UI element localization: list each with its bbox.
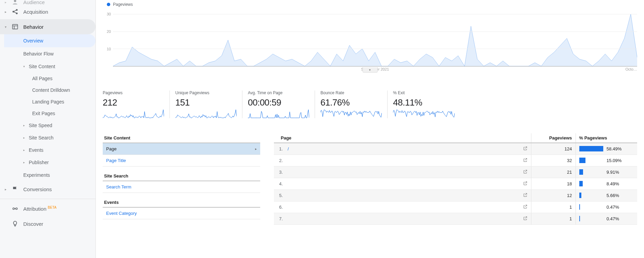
row-pageviews: 12 [531,189,576,201]
leaf-landing-pages[interactable]: Landing Pages [4,96,96,108]
metric-bounce-rate[interactable]: Bounce Rate61.76% [320,90,388,118]
subnav-experiments[interactable]: Experiments [4,169,96,182]
dimension-search-term[interactable]: Search Term [103,181,260,193]
row-page [284,213,519,224]
row-popout [519,213,531,224]
svg-rect-4 [13,24,18,29]
chart-svg [113,8,637,66]
nav-audience[interactable]: ▸ Audience [0,0,96,4]
leaf-label: Content Drilldown [32,87,70,93]
row-page [284,189,519,201]
metric-value: 48.11% [393,97,455,108]
dimension-page[interactable]: Page ▸ [103,143,260,155]
subnav-site-speed[interactable]: ▸Site Speed [4,119,96,132]
metric-value: 00:00:59 [248,97,309,108]
metric-value: 151 [175,97,237,108]
metric-unique-pageviews[interactable]: Unique Pageviews151 [175,90,242,118]
row-pageviews: 1 [531,201,576,213]
table-pane: Page Pageviews % Pageviews 1./12458.49%2… [274,133,637,225]
subnav-events[interactable]: ▸Events [4,144,96,156]
subnav-behavior-flow[interactable]: Behavior Flow [4,47,96,60]
subnav-overview[interactable]: Overview [4,34,96,47]
chart-expander[interactable]: ▾ [363,67,378,73]
metric-value: 61.76% [320,97,382,108]
metric-avg-time-on-page[interactable]: Avg. Time on Page00:00:59 [248,90,315,118]
row-popout [519,143,531,155]
row-pct: 8.49% [576,178,637,189]
leaf-all-pages[interactable]: All Pages [4,73,96,84]
subnav-publisher[interactable]: ▸Publisher [4,156,96,169]
popout-icon[interactable] [523,146,528,151]
row-index: 7. [274,213,284,224]
table-row[interactable]: 1./12458.49% [274,143,637,155]
metric-label: Bounce Rate [320,90,382,95]
table-row[interactable]: 7.10.47% [274,213,637,224]
svg-point-6 [16,208,17,210]
nav-label: AttributionBETA [23,206,56,212]
dimensions-pane: Site Content Page ▸ Page Title Site Sear… [103,133,260,225]
page-link[interactable]: / [288,146,289,151]
subnav-site-search[interactable]: ▸Site Search [4,132,96,144]
leaf-label: Landing Pages [32,99,64,105]
nav-discover[interactable]: Discover [0,216,96,231]
dimension-page-title[interactable]: Page Title [103,155,260,167]
metric-label: Unique Pageviews [175,90,237,95]
nav-acquisition[interactable]: ▸ Acquisition [0,4,96,19]
row-pct: 15.09% [576,155,637,166]
metric-label: % Exit [393,90,455,95]
sparkline [103,109,164,118]
table-row[interactable]: 4.188.49% [274,178,637,189]
nav-behavior[interactable]: ▾ Behavior [0,19,96,34]
popout-icon[interactable] [523,216,528,221]
row-pageviews: 32 [531,155,576,166]
th-pageviews[interactable]: Pageviews [531,133,576,143]
table-row[interactable]: 2.3215.09% [274,155,637,166]
svg-point-3 [16,13,17,14]
subnav-site-content[interactable]: ▾Site Content [4,60,96,73]
sparkline [175,109,237,118]
row-index: 6. [274,201,284,213]
popout-icon[interactable] [523,193,528,197]
leaf-content-drilldown[interactable]: Content Drilldown [4,84,96,96]
metrics-row: Pageviews212Unique Pageviews151Avg. Time… [103,90,637,118]
row-index: 1. [274,143,284,155]
popout-icon[interactable] [523,169,528,174]
metric-pageviews[interactable]: Pageviews212 [103,90,170,118]
y-tick: 10 [107,47,111,51]
popout-icon[interactable] [523,204,528,209]
y-tick: 20 [107,29,111,34]
th-page[interactable]: Page [274,133,531,143]
nav-conversions[interactable]: ▸ Conversions [0,182,96,197]
caret-right-icon: ▸ [5,0,9,4]
chart-plot [113,8,637,66]
popout-icon[interactable] [523,158,528,162]
row-page: / [284,143,519,155]
popout-icon[interactable] [523,181,528,186]
row-page [284,178,519,189]
dimension-event-category[interactable]: Event Category [103,208,260,219]
table-row[interactable]: 6.10.47% [274,201,637,213]
subnav-label: Site Speed [29,123,52,128]
layout-icon [11,23,19,31]
table-row[interactable]: 3.219.91% [274,166,637,178]
row-pageviews: 18 [531,178,576,189]
sparkline [320,109,382,118]
dimension-label: Event Category [106,211,137,216]
row-pct: 58.49% [576,143,637,155]
nav-attribution[interactable]: AttributionBETA [0,201,96,216]
caret-down-icon: ▾ [23,65,27,68]
line-chart[interactable]: 30 20 10 September 2021 Octo… [103,8,637,73]
table-row[interactable]: 5.125.66% [274,189,637,201]
row-page [284,166,519,178]
caret-right-icon: ▸ [255,147,257,151]
metric--exit[interactable]: % Exit48.11% [393,90,460,118]
th-pct[interactable]: % Pageviews [576,133,637,143]
leaf-exit-pages[interactable]: Exit Pages [4,108,96,119]
leaf-label: Exit Pages [32,111,55,116]
dimension-label: Search Term [106,184,131,189]
x-tick: Octo… [626,67,637,71]
flag-icon [11,185,19,193]
section-header: Site Search [103,171,260,181]
chart-section: Pageviews 30 20 10 September 2021 Octo… [103,0,637,73]
svg-point-1 [13,11,14,12]
